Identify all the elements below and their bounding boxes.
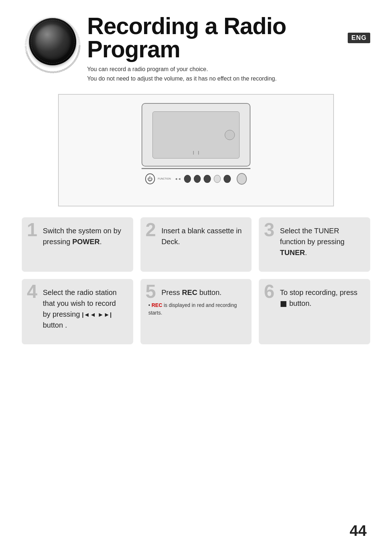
step-5-bold: REC — [182, 288, 197, 296]
device-screen-circle — [225, 130, 235, 140]
device-drawing: ⏻ FUNCTION ◄◄ — [138, 103, 254, 197]
power-button-icon: ⏻ — [145, 173, 155, 184]
step-2-content: Insert a blank cassette in Deck. — [162, 225, 244, 247]
step-1-box: 1 Switch the system on by pressing POWER… — [22, 217, 133, 272]
step-1-content: Switch the system on by pressing POWER. — [43, 225, 125, 247]
step-5-note-bold: REC — [151, 302, 162, 308]
ctrl-btn-4 — [214, 175, 221, 183]
device-top — [142, 103, 250, 167]
step-4-number: 4 — [27, 282, 37, 301]
step-5-content: Press REC button. — [162, 287, 244, 298]
subtitle: You can record a radio program of your c… — [87, 65, 370, 83]
device-screen-lines — [193, 151, 199, 155]
ctrl-btn-2 — [194, 175, 201, 183]
step-4-content: Select the radio station that you wish t… — [43, 287, 125, 331]
step-5-box: 5 Press REC button. • REC is displayed i… — [140, 279, 252, 344]
step-6-number: 6 — [264, 282, 274, 301]
step-3-content: Select the TUNER function by pressing TU… — [280, 225, 362, 258]
steps-row-2: 4 Select the radio station that you wish… — [22, 279, 370, 344]
device-bottom-bar — [142, 168, 250, 169]
device-screen — [152, 111, 240, 159]
stop-button-icon — [281, 301, 286, 307]
page-title: Recording a Radio Program — [87, 15, 336, 61]
ctrl-btn-5 — [224, 175, 230, 183]
step-3-number: 3 — [264, 220, 274, 239]
header-area: 0101010101010101010101010101010101010101… — [22, 15, 370, 83]
eng-badge: ENG — [348, 33, 370, 43]
step-3-bold: TUNER — [280, 249, 305, 257]
step-6-box: 6 To stop recording, press button. — [259, 279, 370, 344]
device-illustration: ⏻ FUNCTION ◄◄ — [58, 94, 334, 206]
ctrl-btn-3 — [204, 175, 211, 183]
step-5-note: • REC is displayed in red and recording … — [148, 301, 244, 317]
header-text-area: Recording a Radio Program ENG You can re… — [87, 15, 370, 83]
step-2-number: 2 — [146, 220, 156, 239]
device-controls: ⏻ FUNCTION ◄◄ — [142, 171, 250, 187]
step-1-bold: POWER — [72, 238, 100, 246]
logo-icon: 0101010101010101010101010101010101010101… — [22, 15, 83, 76]
step-1-number: 1 — [27, 220, 37, 239]
step-3-box: 3 Select the TUNER function by pressing … — [259, 217, 370, 272]
step-2-box: 2 Insert a blank cassette in Deck. — [140, 217, 252, 272]
page-container: 0101010101010101010101010101010101010101… — [0, 0, 392, 554]
steps-row-1: 1 Switch the system on by pressing POWER… — [22, 217, 370, 272]
ctrl-right-knob — [237, 173, 247, 185]
page-number: 44 — [350, 522, 367, 539]
step-5-number: 5 — [146, 282, 156, 301]
step-6-content: To stop recording, press button. — [280, 287, 362, 309]
function-label: FUNCTION — [158, 177, 171, 180]
ctrl-btn-1 — [184, 175, 191, 183]
arrow-buttons-icon: |◄◄ ►►| — [82, 311, 112, 318]
step-4-box: 4 Select the radio station that you wish… — [22, 279, 133, 344]
